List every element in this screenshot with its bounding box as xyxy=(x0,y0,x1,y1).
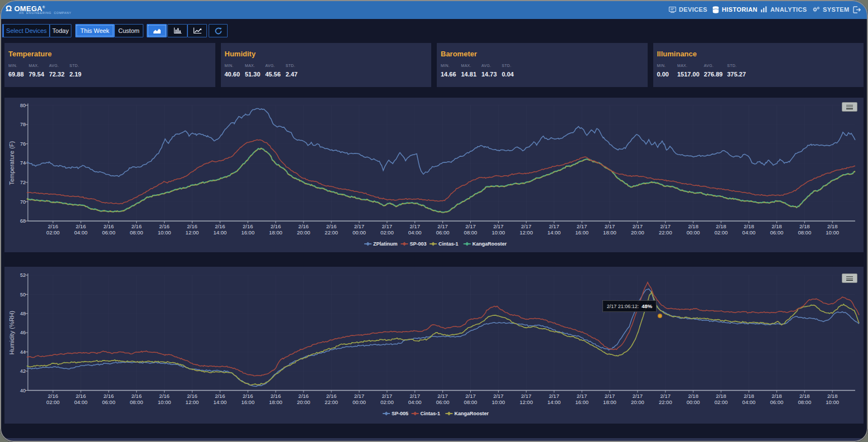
svg-text:SP-005: SP-005 xyxy=(392,411,408,416)
svg-text:50: 50 xyxy=(20,292,26,297)
svg-text:04:00: 04:00 xyxy=(74,399,88,405)
svg-text:14:00: 14:00 xyxy=(547,399,561,405)
svg-text:10:00: 10:00 xyxy=(158,229,171,236)
svg-text:70: 70 xyxy=(20,199,26,205)
svg-text:04:00: 04:00 xyxy=(742,399,756,405)
svg-text:10:00: 10:00 xyxy=(492,399,505,405)
svg-text:42: 42 xyxy=(20,368,26,374)
svg-text:22:00: 22:00 xyxy=(659,399,672,405)
svg-text:68: 68 xyxy=(20,218,26,224)
svg-text:2/18: 2/18 xyxy=(688,393,698,399)
svg-text:12:00: 12:00 xyxy=(519,399,533,405)
svg-text:00:00: 00:00 xyxy=(353,399,366,405)
svg-text:2/18: 2/18 xyxy=(716,223,726,229)
svg-text:2/17: 2/17 xyxy=(465,393,476,399)
svg-text:08:00: 08:00 xyxy=(130,399,143,405)
svg-text:2/17: 2/17 xyxy=(493,393,504,399)
svg-text:2/16: 2/16 xyxy=(48,223,59,229)
svg-text:2/17: 2/17 xyxy=(660,393,671,399)
svg-text:2/18: 2/18 xyxy=(688,223,698,229)
svg-text:20:00: 20:00 xyxy=(297,399,310,405)
svg-text:74: 74 xyxy=(20,160,26,166)
svg-text:Temperature (F): Temperature (F) xyxy=(8,141,15,185)
svg-text:2/16: 2/16 xyxy=(76,223,86,229)
svg-text:16:00: 16:00 xyxy=(575,399,589,405)
svg-text:16:00: 16:00 xyxy=(575,229,589,236)
svg-text:08:00: 08:00 xyxy=(798,229,811,236)
svg-text:2/18: 2/18 xyxy=(827,223,838,229)
svg-text:2/17: 2/17 xyxy=(465,223,476,229)
svg-text:78: 78 xyxy=(20,122,26,127)
svg-text:14:00: 14:00 xyxy=(214,229,227,236)
svg-text:00:00: 00:00 xyxy=(687,399,700,405)
svg-text:22:00: 22:00 xyxy=(325,229,338,236)
svg-text:16:00: 16:00 xyxy=(241,399,254,405)
svg-text:2/17: 2/17 xyxy=(549,393,560,399)
svg-text:06:00: 06:00 xyxy=(102,399,115,405)
svg-text:48: 48 xyxy=(20,311,26,316)
svg-text:2/17: 2/17 xyxy=(409,393,420,399)
svg-text:76: 76 xyxy=(20,141,26,147)
svg-text:20:00: 20:00 xyxy=(631,229,644,236)
svg-text:2/17: 2/17 xyxy=(660,223,671,229)
svg-text:2/16: 2/16 xyxy=(215,223,225,229)
svg-text:02:00: 02:00 xyxy=(715,229,728,236)
svg-text:2/16: 2/16 xyxy=(298,223,309,229)
svg-text:12:00: 12:00 xyxy=(186,229,199,236)
svg-text:2/18: 2/18 xyxy=(771,393,782,399)
svg-text:SP-003: SP-003 xyxy=(409,241,426,247)
svg-text:06:00: 06:00 xyxy=(102,229,115,236)
svg-text:KangaRooster: KangaRooster xyxy=(472,241,507,247)
svg-text:20:00: 20:00 xyxy=(631,399,644,405)
svg-text:80: 80 xyxy=(20,103,26,108)
svg-text:08:00: 08:00 xyxy=(464,399,478,405)
svg-text:2/17: 2/17 xyxy=(633,393,643,399)
svg-text:2/16: 2/16 xyxy=(271,223,281,229)
svg-text:2/16: 2/16 xyxy=(243,393,253,399)
svg-text:2/18: 2/18 xyxy=(799,393,810,399)
svg-text:72: 72 xyxy=(20,180,26,185)
svg-text:2/16: 2/16 xyxy=(187,223,197,229)
svg-text:12:00: 12:00 xyxy=(519,229,533,236)
svg-text:ZPlatinum: ZPlatinum xyxy=(373,241,398,247)
svg-text:06:00: 06:00 xyxy=(770,399,784,405)
svg-text:2/16: 2/16 xyxy=(48,393,59,399)
svg-text:06:00: 06:00 xyxy=(436,399,450,405)
svg-text:2/17: 2/17 xyxy=(521,393,532,399)
svg-text:2/17: 2/17 xyxy=(354,223,365,229)
svg-text:2/16: 2/16 xyxy=(326,393,337,399)
svg-text:2/16: 2/16 xyxy=(326,223,337,229)
svg-text:Cintas-1: Cintas-1 xyxy=(438,241,459,247)
svg-text:2/16: 2/16 xyxy=(271,393,281,399)
svg-text:2/17: 2/17 xyxy=(493,223,504,229)
svg-text:10:00: 10:00 xyxy=(158,399,171,405)
svg-text:2/16: 2/16 xyxy=(104,393,114,399)
svg-text:02:00: 02:00 xyxy=(380,229,394,236)
svg-text:2/16: 2/16 xyxy=(131,223,142,229)
svg-text:18:00: 18:00 xyxy=(269,399,282,405)
svg-text:2/16: 2/16 xyxy=(131,393,142,399)
svg-text:2/17: 2/17 xyxy=(409,223,420,229)
svg-text:2/17: 2/17 xyxy=(437,223,448,229)
svg-text:00:00: 00:00 xyxy=(353,229,366,236)
svg-text:2/18: 2/18 xyxy=(827,393,838,399)
svg-text:14:00: 14:00 xyxy=(547,229,561,236)
svg-text:18:00: 18:00 xyxy=(269,229,282,236)
svg-text:08:00: 08:00 xyxy=(130,229,143,236)
svg-text:2/18: 2/18 xyxy=(744,393,754,399)
svg-text:18:00: 18:00 xyxy=(603,229,616,236)
svg-text:18:00: 18:00 xyxy=(603,399,616,405)
svg-text:08:00: 08:00 xyxy=(464,229,478,236)
svg-text:2/17: 2/17 xyxy=(549,223,560,229)
svg-text:Humidity (%RH): Humidity (%RH) xyxy=(8,311,15,355)
svg-text:2/17: 2/17 xyxy=(521,223,532,229)
svg-text:16:00: 16:00 xyxy=(241,229,254,236)
svg-text:00:00: 00:00 xyxy=(687,229,700,236)
svg-text:10:00: 10:00 xyxy=(826,399,839,405)
svg-text:2/18: 2/18 xyxy=(716,393,726,399)
svg-text:2/17: 2/17 xyxy=(633,223,643,229)
svg-text:2/17: 2/17 xyxy=(354,393,365,399)
svg-text:2/17: 2/17 xyxy=(382,393,393,399)
svg-text:02:00: 02:00 xyxy=(380,399,394,405)
svg-text:04:00: 04:00 xyxy=(408,229,422,236)
